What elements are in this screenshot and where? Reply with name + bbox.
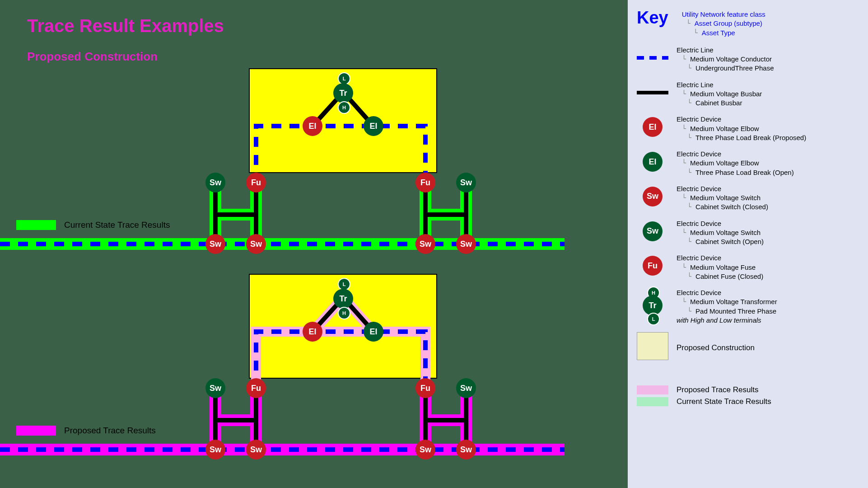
- key-item-proposed-trace: Proposed Trace Results: [637, 385, 859, 394]
- switch-closed-node: Sw: [415, 234, 435, 254]
- switch-open-node: Sw: [456, 173, 476, 192]
- key-item-elbow-open: El Electric Device Medium Voltage Elbow …: [637, 150, 859, 177]
- switch-closed-node: Sw: [456, 440, 476, 460]
- key-hierarchy: Utility Network feature class Asset Grou…: [682, 10, 765, 38]
- key-item-busbar: Electric Line Medium Voltage Busbar Cabi…: [637, 80, 859, 108]
- key-item-fuse: Fu Electric Device Medium Voltage Fuse C…: [637, 253, 859, 281]
- switch-open-node: Sw: [205, 173, 225, 192]
- fuse-node: Fu: [415, 378, 435, 398]
- elbow-open-node: El: [364, 116, 383, 136]
- switch-open-node: Sw: [205, 378, 225, 398]
- key-item-switch-open: Sw Electric Device Medium Voltage Switch…: [637, 219, 859, 247]
- key-item-switch-closed: Sw Electric Device Medium Voltage Switch…: [637, 184, 859, 212]
- network-diagram: [0, 0, 628, 488]
- key-item-conductor: Electric Line Medium Voltage Conductor U…: [637, 46, 859, 73]
- switch-closed-node: Sw: [456, 234, 476, 254]
- fuse-node: Fu: [246, 173, 266, 192]
- transformer-h-terminal: H: [338, 307, 350, 319]
- elbow-open-node: El: [364, 322, 383, 342]
- key-item-transformer: H Tr L Electric Device Medium Voltage Tr…: [637, 288, 859, 325]
- transformer-node: Tr: [333, 83, 353, 103]
- switch-closed-node: Sw: [205, 440, 225, 460]
- switch-closed-node: Sw: [246, 234, 266, 254]
- switch-closed-node: Sw: [415, 440, 435, 460]
- transformer-node: Tr: [333, 289, 353, 309]
- key-title: Key: [637, 8, 668, 28]
- elbow-proposed-node: El: [303, 116, 322, 136]
- current-trace-label: Current State Trace Results: [64, 220, 170, 230]
- switch-closed-node: Sw: [205, 234, 225, 254]
- switch-open-node: Sw: [456, 378, 476, 398]
- key-item-current-trace: Current State Trace Results: [637, 397, 859, 406]
- key-item-elbow-proposed: El Electric Device Medium Voltage Elbow …: [637, 115, 859, 142]
- proposed-trace-label: Proposed Trace Results: [64, 426, 156, 436]
- key-item-proposed-box: Proposed Construction: [637, 334, 859, 358]
- fuse-node: Fu: [415, 173, 435, 192]
- switch-closed-node: Sw: [246, 440, 266, 460]
- transformer-h-terminal: H: [338, 101, 350, 114]
- elbow-proposed-node: El: [303, 322, 322, 342]
- key-panel: Key Utility Network feature class Asset …: [628, 0, 868, 488]
- proposed-trace-swatch: [16, 426, 56, 436]
- fuse-node: Fu: [246, 378, 266, 398]
- current-trace-swatch: [16, 220, 56, 230]
